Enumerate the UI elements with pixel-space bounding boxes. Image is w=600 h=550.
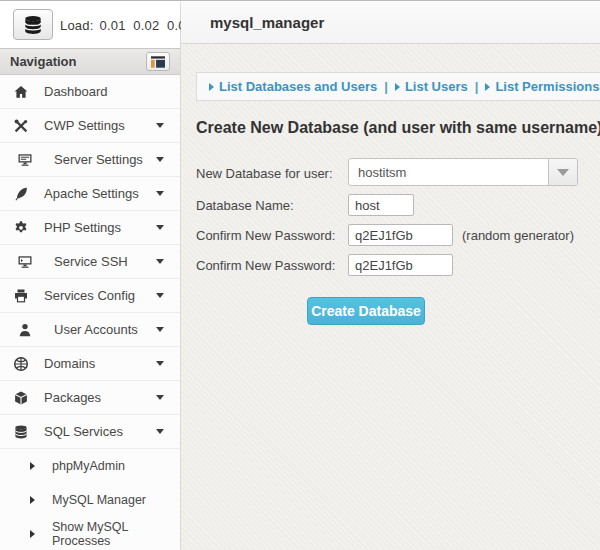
triangle-down-icon <box>557 169 569 176</box>
chevron-down-icon <box>156 259 164 264</box>
sidebar-item-label: Apache Settings <box>44 186 139 201</box>
sidebar-item-domains[interactable]: Domains <box>0 347 180 381</box>
random-generator-note: (random generator) <box>462 228 574 243</box>
sidebar-subitem-label: phpMyAdmin <box>52 459 125 473</box>
sidebar-item-sql-services[interactable]: SQL Services <box>0 415 180 449</box>
navigation-header: Navigation <box>0 48 180 75</box>
tools-icon <box>13 118 29 134</box>
chevron-right-icon <box>30 496 35 504</box>
label-database-name: Database Name: <box>196 198 294 213</box>
chevron-down-icon <box>156 429 164 434</box>
sidebar-item-user-accounts[interactable]: User Accounts <box>0 313 180 347</box>
chevron-down-icon <box>156 123 164 128</box>
feather-icon <box>13 186 29 202</box>
sidebar-menu: Dashboard CWP Settings Server Settings A… <box>0 75 180 550</box>
package-icon <box>13 390 29 406</box>
chevron-down-icon <box>156 225 164 230</box>
select-dropdown-arrow[interactable] <box>548 159 577 185</box>
triangle-right-icon <box>209 83 214 91</box>
layout-columns-icon <box>151 56 165 68</box>
chevron-down-icon <box>156 361 164 366</box>
printer-icon <box>13 288 29 304</box>
user-icon <box>17 322 33 338</box>
breadcrumb-link-list-databases-and-users[interactable]: List Databases and Users <box>209 79 377 94</box>
sidebar-item-label: SQL Services <box>44 424 123 439</box>
breadcrumb-link-list-users[interactable]: List Users <box>395 79 468 94</box>
breadcrumb-separator: | <box>475 79 479 94</box>
sidebar-subitem-show-mysql-processes[interactable]: Show MySQL Processes <box>0 517 180 550</box>
sidebar-item-server-settings[interactable]: Server Settings <box>0 143 180 177</box>
load-values: 0.01 0.02 0.05 <box>100 18 194 33</box>
server-load: Load: 0.01 0.02 0.05 <box>60 2 193 48</box>
sidebar-subitem-label: MySQL Manager <box>52 493 146 507</box>
sidebar-item-services-config[interactable]: Services Config <box>0 279 180 313</box>
breadcrumb-link-list-permissions[interactable]: List Permissions <box>485 79 599 94</box>
triangle-right-icon <box>395 83 400 91</box>
sidebar-item-label: User Accounts <box>54 322 138 337</box>
server-icon <box>17 152 33 168</box>
load-label: Load: <box>60 18 94 33</box>
sidebar: Load: 0.01 0.02 0.05 Navigation Dashboar… <box>0 2 181 550</box>
sidebar-item-label: Packages <box>44 390 101 405</box>
chevron-down-icon <box>156 157 164 162</box>
create-database-button[interactable]: Create Database <box>307 297 425 325</box>
password-input-1[interactable] <box>348 224 453 246</box>
chevron-down-icon <box>156 395 164 400</box>
sidebar-subitem-label: Show MySQL Processes <box>52 520 180 548</box>
database-icon <box>22 13 44 37</box>
selected-user-value: hostitsm <box>349 165 548 180</box>
chevron-down-icon <box>156 327 164 332</box>
sidebar-collapse-button[interactable] <box>146 52 170 71</box>
sidebar-item-label: Dashboard <box>44 84 108 99</box>
sidebar-item-dashboard[interactable]: Dashboard <box>0 75 180 109</box>
chevron-right-icon <box>30 530 35 538</box>
home-icon <box>13 84 29 100</box>
breadcrumb-separator: | <box>384 79 388 94</box>
globe-icon <box>13 356 29 372</box>
gear-icon <box>13 220 29 236</box>
sidebar-subitem-mysql-manager[interactable]: MySQL Manager <box>0 483 180 517</box>
navigation-title: Navigation <box>10 54 76 69</box>
database-user-select[interactable]: hostitsm <box>348 158 578 186</box>
triangle-right-icon <box>485 83 490 91</box>
sidebar-item-apache-settings[interactable]: Apache Settings <box>0 177 180 211</box>
database-name-input[interactable] <box>348 194 414 216</box>
sidebar-item-label: CWP Settings <box>44 118 125 133</box>
label-new-database-for-user: New Database for user: <box>196 166 333 181</box>
main-content: mysql_manager List Databases and Users |… <box>181 2 600 550</box>
sidebar-item-cwp-settings[interactable]: CWP Settings <box>0 109 180 143</box>
label-confirm-password-2: Confirm New Password: <box>196 258 335 273</box>
page-title: mysql_manager <box>210 14 324 31</box>
sidebar-item-label: Server Settings <box>54 152 143 167</box>
database-quick-button[interactable] <box>13 9 53 40</box>
sidebar-item-service-ssh[interactable]: Service SSH <box>0 245 180 279</box>
chevron-right-icon <box>30 462 35 470</box>
sidebar-item-label: PHP Settings <box>44 220 121 235</box>
sidebar-item-label: Services Config <box>44 288 135 303</box>
label-confirm-password-1: Confirm New Password: <box>196 228 335 243</box>
monitor-icon <box>17 254 33 270</box>
sidebar-subitem-phpmyadmin[interactable]: phpMyAdmin <box>0 449 180 483</box>
sidebar-item-php-settings[interactable]: PHP Settings <box>0 211 180 245</box>
content-header: mysql_manager <box>181 2 600 44</box>
database-icon <box>13 424 29 440</box>
breadcrumb: List Databases and Users | List Users | … <box>196 72 600 101</box>
sidebar-item-label: Domains <box>44 356 95 371</box>
chevron-down-icon <box>156 293 164 298</box>
sidebar-item-packages[interactable]: Packages <box>0 381 180 415</box>
chevron-down-icon <box>156 191 164 196</box>
sidebar-top: Load: 0.01 0.02 0.05 <box>0 2 180 48</box>
section-heading: Create New Database (and user with same … <box>196 119 600 137</box>
password-input-2[interactable] <box>348 254 453 276</box>
sidebar-item-label: Service SSH <box>54 254 128 269</box>
